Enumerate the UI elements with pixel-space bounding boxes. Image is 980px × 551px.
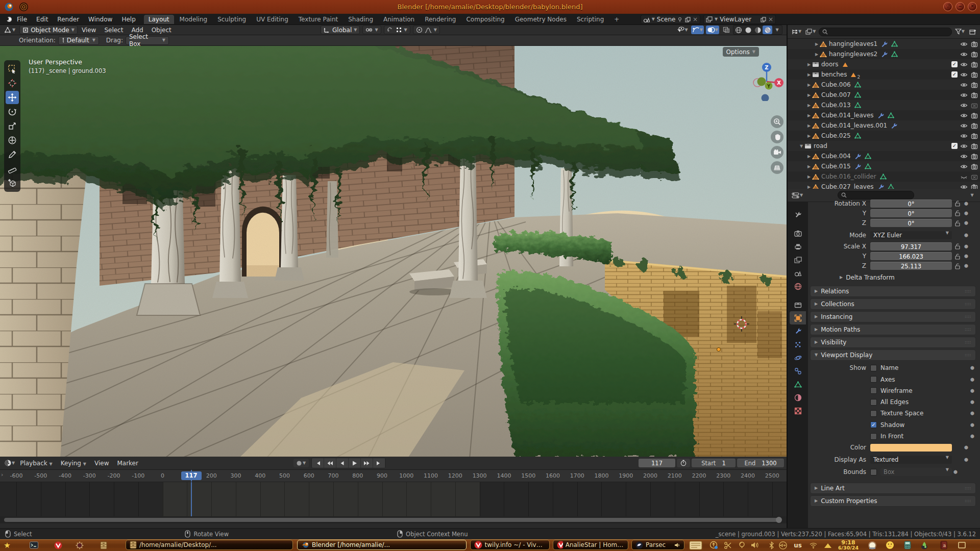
tray-desktop-icon[interactable] (955, 540, 968, 550)
animate-dot[interactable]: ⬤ (969, 366, 976, 370)
expand-icon[interactable]: ▶ (806, 93, 812, 97)
workspace-tab-uv-editing[interactable]: UV Editing (252, 15, 293, 24)
eye-open-icon[interactable] (960, 82, 968, 88)
animate-dot[interactable]: ⬤ (952, 470, 959, 474)
expand-icon[interactable]: ▶ (806, 113, 812, 118)
expand-icon[interactable]: ▶ (806, 103, 812, 108)
filter-funnel-dropdown[interactable]: ▼ (954, 28, 966, 36)
bounds-checkbox[interactable] (870, 469, 877, 475)
minimize-button[interactable]: − (955, 2, 965, 11)
render-visibility-icon[interactable] (971, 143, 978, 149)
ortho-toggle-button[interactable] (771, 161, 783, 174)
expand-icon[interactable]: ▶ (806, 185, 812, 189)
cursor-tool-button[interactable] (6, 77, 19, 90)
3d-scene[interactable] (0, 46, 787, 457)
start-frame-field[interactable]: Start 1 (692, 459, 736, 467)
workspace-tab-geometry-nodes[interactable]: Geometry Nodes (510, 15, 571, 24)
camera-view-button[interactable] (771, 146, 783, 159)
tray-notes-icon[interactable] (688, 540, 703, 550)
animate-dot[interactable]: ⬤ (969, 400, 976, 404)
properties-tab-constraints[interactable] (790, 364, 806, 378)
viewport-menu-view[interactable]: View (78, 27, 100, 34)
rotate-tool-button[interactable] (6, 105, 19, 118)
blender-menu-icon[interactable] (4, 16, 12, 22)
prev-key-button[interactable] (324, 458, 336, 468)
value-field[interactable]: 97.317 (870, 242, 952, 251)
expand-icon[interactable]: ▶ (806, 134, 812, 138)
value-field[interactable]: 0° (870, 219, 952, 227)
viewlayer-selector[interactable]: ▼ ViewLayer × (703, 15, 776, 24)
outliner-row-hangingleaves1[interactable]: ▶hangingleaves1 (788, 39, 980, 49)
collection-checkbox[interactable]: ✓ (951, 71, 958, 78)
viewport-menu-object[interactable]: Object (148, 27, 176, 34)
taskbar-window-3[interactable]: twily.info ~/ - Vivaldi (470, 540, 550, 550)
timeline-menu-playback[interactable]: Playback ▼ (16, 460, 57, 467)
workspace-tab-modeling[interactable]: Modeling (175, 15, 212, 24)
shading-rendered-button[interactable] (763, 26, 772, 34)
navigation-gizmo[interactable]: Z X Y (746, 60, 787, 101)
outliner-row-road[interactable]: ▼road✓ (788, 141, 980, 151)
current-frame-field[interactable]: 117 (639, 459, 675, 467)
tray-dictionary-icon[interactable]: a (938, 540, 950, 550)
tray-wifi-icon[interactable] (807, 540, 819, 550)
animate-dot[interactable]: ⬤ (963, 445, 970, 449)
tray-smiley-icon[interactable] (884, 540, 896, 550)
expand-icon[interactable]: ▶ (806, 123, 812, 128)
outliner-row-benches[interactable]: ▶benches2✓ (788, 69, 980, 80)
panel-instancing[interactable]: ▶Instancing∷∷ (810, 311, 976, 322)
expand-icon[interactable]: ▶ (806, 72, 812, 77)
timeline-menu-keying[interactable]: Keying ▼ (57, 460, 90, 467)
animate-dot[interactable]: ⬤ (963, 233, 970, 237)
mode-dropdown[interactable]: Object Mode ▼ (19, 26, 78, 34)
eye-open-icon[interactable] (960, 112, 968, 119)
viewport-menu-select[interactable]: Select (100, 27, 127, 34)
delta-transform-toggle[interactable]: ▶Delta Transform (810, 271, 976, 284)
animate-dot[interactable]: ⬤ (969, 389, 976, 393)
render-visibility-icon[interactable] (971, 112, 978, 119)
timeline-menu-marker[interactable]: Marker (113, 460, 142, 467)
taskbar-window-2[interactable]: Blender [/home/amalie/... (297, 540, 467, 550)
snapping-toggle[interactable]: ▼ (384, 26, 410, 34)
eye-open-icon[interactable] (960, 71, 968, 78)
lock-icon[interactable] (954, 220, 963, 227)
bounds-dropdown[interactable]: Box▼ (880, 468, 952, 476)
checkbox-axes[interactable] (870, 376, 877, 383)
render-visibility-icon[interactable] (971, 153, 978, 160)
outliner-display-mode-dropdown[interactable]: ▼ (790, 28, 802, 36)
collection-checkbox[interactable]: ✓ (951, 61, 958, 67)
timeline-ruler[interactable]: -600-500-400-300-200-1000100200300400500… (0, 470, 787, 482)
eye-open-icon[interactable] (960, 41, 968, 47)
eye-open-icon[interactable] (960, 143, 968, 149)
outliner-row-hangingleaves2[interactable]: ▶hangingleaves2 (788, 49, 980, 59)
checkbox-shadow[interactable]: ✓ (870, 421, 877, 428)
panel-viewport-display[interactable]: ▼Viewport Display∷∷ (810, 349, 976, 361)
tray-moon-icon[interactable] (866, 540, 878, 550)
render-visibility-icon[interactable] (971, 92, 978, 98)
shading-dropdown[interactable]: ▼ (772, 26, 782, 34)
tray-update-icon[interactable] (707, 540, 720, 550)
properties-tab-scene[interactable] (790, 266, 806, 280)
workspace-tab-rendering[interactable]: Rendering (420, 15, 460, 24)
drag-dropdown[interactable]: Select Box ▼ (126, 36, 169, 45)
render-visibility-icon[interactable] (971, 163, 978, 170)
eye-open-icon[interactable] (960, 61, 968, 68)
animate-dot[interactable]: ⬤ (969, 411, 976, 415)
tray-lamp-icon[interactable] (736, 540, 748, 550)
auto-key-button[interactable]: ▼ (293, 459, 309, 467)
play-button[interactable] (349, 458, 361, 468)
workspace-tab-scripting[interactable]: Scripting (572, 15, 608, 24)
value-field[interactable]: 0° (870, 209, 952, 217)
editor-type-button[interactable]: ▼ (3, 26, 16, 34)
properties-tab-physics[interactable] (790, 351, 806, 364)
pan-button[interactable] (771, 131, 783, 143)
next-key-button[interactable] (361, 458, 373, 468)
render-visibility-icon[interactable] (971, 61, 978, 68)
outliner-row-doors[interactable]: ▶doors✓ (788, 59, 980, 69)
outliner-filter-mode-dropdown[interactable]: ▼ (804, 28, 817, 36)
properties-tab-data[interactable] (790, 378, 806, 391)
panel-collections[interactable]: ▶Collections∷∷ (810, 298, 976, 310)
workspace-tab-animation[interactable]: Animation (379, 15, 419, 24)
use-preview-range-button[interactable] (677, 459, 690, 467)
expand-icon[interactable]: ▶ (814, 52, 820, 57)
taskbar-window-5[interactable]: Parsec (631, 540, 684, 550)
